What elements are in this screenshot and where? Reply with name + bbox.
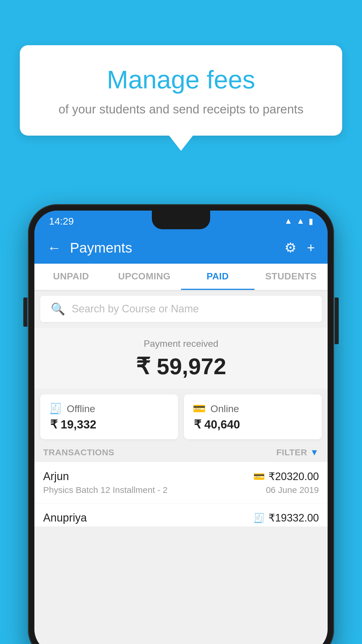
header-actions: ⚙ + (284, 240, 315, 256)
tab-upcoming[interactable]: UPCOMING (108, 264, 181, 290)
battery-icon: ▮ (309, 216, 313, 226)
filter-label: FILTER (276, 447, 307, 457)
transactions-header: TRANSACTIONS FILTER ▼ (34, 439, 328, 462)
offline-card: 🧾 Offline ₹ 19,332 (40, 394, 178, 439)
transaction-row-bottom: Physics Batch 12 Installment - 2 06 June… (43, 485, 319, 495)
offline-card-header: 🧾 Offline (49, 402, 169, 415)
payment-received-label: Payment received (34, 338, 328, 349)
transaction-date: 06 June 2019 (266, 485, 319, 495)
payment-summary: Payment received ₹ 59,972 (34, 328, 328, 388)
payment-cards: 🧾 Offline ₹ 19,332 💳 Online ₹ 40,640 (34, 394, 328, 439)
offline-icon: 🧾 (49, 402, 62, 415)
signal-icon: ▲ (296, 216, 305, 226)
back-button[interactable]: ← (47, 240, 61, 256)
phone-outer: 14:29 ▲ ▲ ▮ ← Payments ⚙ + (28, 204, 334, 644)
transaction-course: Physics Batch 12 Installment - 2 (43, 485, 168, 495)
payment-type-icon: 💳 (253, 471, 265, 482)
online-card: 💳 Online ₹ 40,640 (184, 394, 322, 439)
transaction-name: Anupriya (43, 512, 87, 524)
transactions-label: TRANSACTIONS (43, 447, 114, 457)
payment-total-amount: ₹ 59,972 (34, 353, 328, 380)
offline-amount: ₹ 19,332 (49, 418, 169, 431)
tabs-bar: UNPAID UPCOMING PAID STUDENTS (34, 264, 328, 290)
transaction-amount: ₹19332.00 (268, 512, 319, 524)
transaction-amount-wrap: 💳 ₹20320.00 (253, 470, 319, 483)
app-header: ← Payments ⚙ + (34, 232, 328, 264)
tab-paid[interactable]: PAID (181, 264, 254, 290)
online-amount: ₹ 40,640 (193, 418, 313, 431)
online-label: Online (210, 403, 239, 414)
bubble-subtitle: of your students and send receipts to pa… (37, 101, 325, 118)
online-card-header: 💳 Online (193, 402, 313, 415)
table-row[interactable]: Anupriya 🧾 ₹19332.00 (34, 503, 328, 526)
status-icons: ▲ ▲ ▮ (284, 216, 313, 226)
transaction-row-top: Anupriya 🧾 ₹19332.00 (43, 512, 319, 524)
transaction-row-top: Arjun 💳 ₹20320.00 (43, 470, 319, 483)
speech-bubble: Manage fees of your students and send re… (20, 45, 342, 136)
online-icon: 💳 (193, 402, 206, 415)
settings-icon[interactable]: ⚙ (284, 240, 296, 256)
offline-label: Offline (67, 403, 95, 414)
search-icon: 🔍 (51, 302, 65, 316)
phone-notch (152, 211, 210, 229)
wifi-icon: ▲ (284, 216, 293, 226)
background: Manage fees of your students and send re… (0, 0, 362, 644)
transaction-amount-wrap: 🧾 ₹19332.00 (253, 512, 319, 524)
phone-screen: 14:29 ▲ ▲ ▮ ← Payments ⚙ + (34, 211, 328, 644)
payment-type-icon: 🧾 (253, 512, 265, 524)
search-input[interactable]: Search by Course or Name (72, 303, 199, 315)
tab-unpaid[interactable]: UNPAID (34, 264, 108, 290)
transaction-amount: ₹20320.00 (268, 470, 319, 483)
status-time: 14:29 (49, 216, 74, 227)
add-icon[interactable]: + (307, 240, 315, 256)
filter-button[interactable]: FILTER ▼ (276, 447, 319, 457)
page-title: Payments (70, 240, 284, 256)
filter-icon: ▼ (310, 447, 319, 457)
phone-mockup: 14:29 ▲ ▲ ▮ ← Payments ⚙ + (28, 204, 334, 644)
bubble-title: Manage fees (37, 66, 325, 94)
transaction-name: Arjun (43, 470, 69, 483)
table-row[interactable]: Arjun 💳 ₹20320.00 Physics Batch 12 Insta… (34, 462, 328, 503)
tab-students[interactable]: STUDENTS (254, 264, 328, 290)
search-bar[interactable]: 🔍 Search by Course or Name (40, 296, 322, 322)
